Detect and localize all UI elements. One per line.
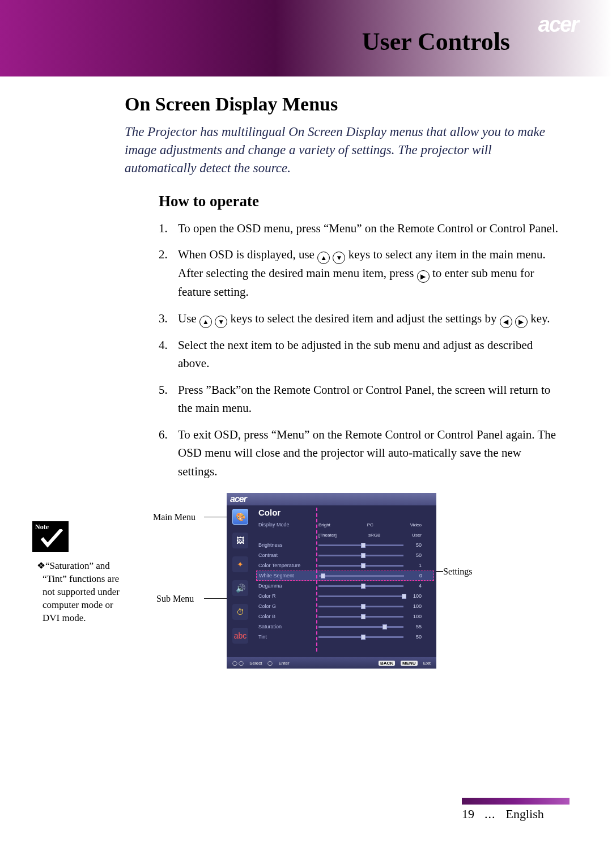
up-arrow-icon: ▲ xyxy=(317,252,330,264)
step-item: 5. Press ”Back”on the Remote Control or … xyxy=(159,381,558,418)
osd-label: Saturation xyxy=(258,624,315,629)
footer-accent-bar xyxy=(462,798,570,805)
mode-pc: PC xyxy=(367,522,373,527)
up-down-arrow-icon: ◯ ◯ xyxy=(232,661,244,666)
language-menu-icon: abc xyxy=(232,628,248,644)
step-list: 1. To open the OSD menu, press “Menu” on… xyxy=(159,219,558,481)
osd-footer-exit: Exit xyxy=(423,661,431,666)
osd-row-contrast: Contrast 50 xyxy=(258,550,432,560)
up-arrow-icon: ▲ xyxy=(199,316,212,328)
timer-menu-icon: ⏱ xyxy=(232,604,248,620)
osd-row-degamma: Degamma 4 xyxy=(258,581,432,591)
osd-label: Display Mode xyxy=(258,522,315,527)
chapter-header: acer User Controls xyxy=(0,0,612,76)
page-content: On Screen Display Menus The Projector ha… xyxy=(0,76,612,480)
osd-footer-enter: Enter xyxy=(278,661,289,666)
note-badge xyxy=(32,521,69,552)
chapter-title: User Controls xyxy=(362,27,510,56)
mode-video: Video xyxy=(410,522,422,527)
osd-value: 100 xyxy=(407,593,422,599)
step-text-part: key. xyxy=(530,312,550,325)
step-text: To open the OSD menu, press “Menu” on th… xyxy=(178,219,558,238)
step-text: Press ”Back”on the Remote Control or Con… xyxy=(178,381,558,418)
section-intro: The Projector has multilingual On Screen… xyxy=(125,123,558,178)
osd-brand-logo: acer xyxy=(230,494,246,504)
osd-sub-menu: Color Display Mode Bright PC Video [Thea… xyxy=(254,505,436,657)
down-arrow-icon: ▼ xyxy=(333,252,345,264)
footer-language: English xyxy=(506,807,544,822)
osd-value: 1 xyxy=(407,563,422,568)
brand-logo: acer xyxy=(538,12,578,37)
page-number: 19 xyxy=(462,807,474,822)
step-text-part: When OSD is displayed, use xyxy=(178,248,317,261)
checkmark-icon xyxy=(40,529,63,550)
step-number: 1. xyxy=(159,219,170,238)
osd-row-brightness: Brightness 50 xyxy=(258,540,432,550)
osd-label: White Segment xyxy=(259,573,316,578)
osd-row-color-g: Color G 100 xyxy=(258,601,432,611)
note-text-body: “Saturation” and “Tint” functions are no… xyxy=(42,560,120,623)
osd-row-saturation: Saturation 55 xyxy=(258,622,432,632)
osd-value: 100 xyxy=(407,614,422,619)
osd-label: Color G xyxy=(258,603,315,609)
enter-icon: ◯ xyxy=(267,661,273,666)
note-text: ❖“Saturation” and “Tint” functions are n… xyxy=(42,560,126,625)
step-number: 5. xyxy=(159,381,170,418)
osd-panel: acer 🎨 🖼 ✦ 🔊 ⏱ abc Color Display Mode Br… xyxy=(227,493,436,669)
osd-mode-options: Bright PC Video xyxy=(318,522,422,527)
management-menu-icon: ✦ xyxy=(232,556,248,572)
osd-footer-menu-key: MENU xyxy=(401,661,418,666)
osd-value: 100 xyxy=(407,603,422,609)
diamond-bullet-icon: ❖ xyxy=(37,560,45,571)
right-arrow-icon: ▶ xyxy=(417,270,430,283)
osd-title-bar: acer xyxy=(227,493,436,505)
osd-value: 50 xyxy=(407,634,422,640)
audio-menu-icon: 🔊 xyxy=(232,580,248,596)
osd-label: Brightness xyxy=(258,542,315,548)
osd-label: Color Temperature xyxy=(258,563,315,568)
osd-row-tint: Tint 50 xyxy=(258,632,432,642)
step-number: 4. xyxy=(159,336,170,373)
osd-value: 4 xyxy=(407,583,422,589)
osd-slider xyxy=(318,606,403,607)
step-text-part: keys to select the desired item and adju… xyxy=(230,312,499,325)
step-item: 1. To open the OSD menu, press “Menu” on… xyxy=(159,219,558,238)
osd-slider xyxy=(318,585,403,587)
osd-label: Tint xyxy=(258,634,315,640)
osd-row-display-mode-2: [Theater] sRGB User xyxy=(258,530,432,540)
step-number: 6. xyxy=(159,426,170,481)
footer-dots: ... xyxy=(484,807,496,822)
mode-bright: Bright xyxy=(318,522,330,527)
subsection-title: How to operate xyxy=(159,193,558,210)
osd-slider xyxy=(318,565,403,567)
osd-main-menu-icons: 🎨 🖼 ✦ 🔊 ⏱ abc xyxy=(227,505,254,657)
step-item: 6. To exit OSD, press “Menu” on the Remo… xyxy=(159,426,558,481)
osd-footer-select: Select xyxy=(249,661,262,666)
mode-user: User xyxy=(412,533,422,538)
osd-label: Contrast xyxy=(258,552,315,558)
osd-slider xyxy=(318,595,403,597)
image-menu-icon: 🖼 xyxy=(232,533,248,548)
osd-row-color-b: Color B 100 xyxy=(258,611,432,622)
osd-value: 50 xyxy=(407,552,422,558)
osd-row-display-mode: Display Mode Bright PC Video xyxy=(258,520,432,530)
osd-row-white-segment: White Segment 0 xyxy=(256,571,434,581)
osd-slider xyxy=(318,626,403,628)
step-item: 2. When OSD is displayed, use ▲ ▼ keys t… xyxy=(159,245,558,301)
osd-label: Color B xyxy=(258,614,315,619)
down-arrow-icon: ▼ xyxy=(215,316,227,328)
mode-theater: [Theater] xyxy=(318,533,337,538)
step-text: Use ▲ ▼ keys to select the desired item … xyxy=(178,309,550,328)
section-title: On Screen Display Menus xyxy=(125,93,558,115)
osd-submenu-title: Color xyxy=(258,508,432,517)
color-menu-icon: 🎨 xyxy=(232,509,248,525)
osd-slider xyxy=(318,555,403,556)
osd-value: 0 xyxy=(407,573,422,578)
osd-row-color-r: Color R 100 xyxy=(258,591,432,601)
side-note: ❖“Saturation” and “Tint” functions are n… xyxy=(32,521,126,625)
osd-row-color-temp: Color Temperature 1 xyxy=(258,560,432,571)
step-item: 4. Select the next item to be adjusted i… xyxy=(159,336,558,373)
step-text: When OSD is displayed, use ▲ ▼ keys to s… xyxy=(178,245,558,301)
step-number: 3. xyxy=(159,309,170,328)
osd-footer: ◯ ◯ Select ◯ Enter BACK MENU Exit xyxy=(227,657,436,669)
